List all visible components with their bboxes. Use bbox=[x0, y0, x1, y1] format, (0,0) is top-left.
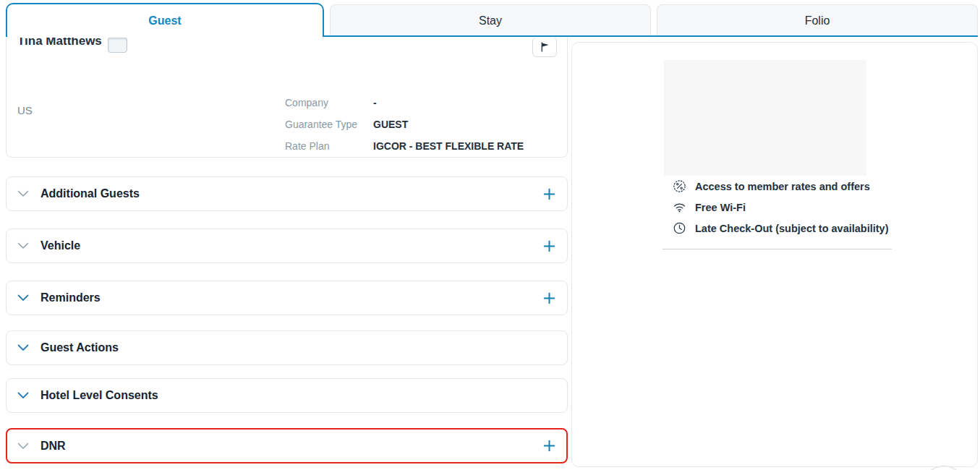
chevron-down-icon[interactable] bbox=[17, 344, 29, 351]
detail-label: Guarantee Type bbox=[285, 119, 373, 130]
membership-panel: Access to member rates and offers Free W… bbox=[571, 42, 978, 467]
list-item: Free Wi-Fi bbox=[673, 197, 889, 218]
chevron-down-icon[interactable] bbox=[17, 242, 29, 249]
loyalty-badge-icon bbox=[108, 38, 127, 53]
flag-button[interactable] bbox=[532, 38, 557, 57]
detail-value: IGCOR - BEST FLEXIBLE RATE bbox=[373, 140, 524, 152]
tab-stay-label: Stay bbox=[479, 14, 502, 27]
add-vehicle-button[interactable] bbox=[542, 239, 556, 253]
plus-icon bbox=[542, 239, 556, 253]
tab-bar-underline bbox=[324, 35, 978, 37]
section-title: Guest Actions bbox=[41, 341, 119, 354]
perk-text: Access to member rates and offers bbox=[695, 181, 870, 192]
clock-icon bbox=[673, 221, 686, 235]
flag-icon bbox=[540, 41, 550, 53]
guest-summary-clip: Tina Matthews US Company - Guarantee Typ… bbox=[6, 38, 568, 158]
guest-name: Tina Matthews bbox=[17, 38, 102, 48]
section-dnr-highlighted[interactable]: DNR bbox=[6, 428, 568, 463]
tab-folio[interactable]: Folio bbox=[657, 4, 978, 36]
chevron-down-icon[interactable] bbox=[17, 392, 29, 399]
detail-label: Rate Plan bbox=[285, 140, 373, 152]
detail-row-company: Company - bbox=[285, 92, 524, 114]
section-title: Hotel Level Consents bbox=[41, 389, 158, 402]
panel-divider bbox=[662, 249, 892, 249]
perk-text: Late Check-Out (subject to availability) bbox=[695, 223, 889, 234]
section-hotel-level-consents[interactable]: Hotel Level Consents bbox=[6, 378, 568, 413]
guest-country: US bbox=[17, 104, 33, 116]
section-vehicle[interactable]: Vehicle bbox=[6, 228, 568, 263]
list-item: Access to member rates and offers bbox=[673, 176, 889, 197]
membership-perks-list: Access to member rates and offers Free W… bbox=[673, 176, 889, 239]
guest-stay-folio-screen: Guest Stay Folio Tina Matthews US Compan… bbox=[0, 0, 980, 470]
section-title: Additional Guests bbox=[41, 187, 140, 200]
chevron-down-icon[interactable] bbox=[17, 294, 29, 302]
tab-guest[interactable]: Guest bbox=[6, 3, 324, 37]
section-additional-guests[interactable]: Additional Guests bbox=[6, 176, 568, 211]
discount-badge-icon bbox=[673, 179, 686, 193]
chevron-down-icon[interactable] bbox=[17, 443, 29, 450]
wifi-icon bbox=[673, 200, 686, 214]
section-reminders[interactable]: Reminders bbox=[6, 281, 568, 315]
detail-value: - bbox=[373, 97, 377, 108]
tab-folio-label: Folio bbox=[805, 14, 830, 27]
section-title: Vehicle bbox=[41, 239, 80, 252]
section-title: DNR bbox=[41, 440, 66, 453]
detail-label: Company bbox=[285, 97, 373, 108]
add-additional-guest-button[interactable] bbox=[542, 187, 556, 201]
chevron-down-icon[interactable] bbox=[17, 190, 29, 197]
guest-summary-card: Tina Matthews US Company - Guarantee Typ… bbox=[6, 38, 568, 158]
section-guest-actions[interactable]: Guest Actions bbox=[6, 330, 568, 365]
add-reminder-button[interactable] bbox=[542, 291, 556, 305]
detail-row-guarantee-type: Guarantee Type GUEST bbox=[285, 114, 524, 135]
detail-value: GUEST bbox=[373, 119, 408, 130]
list-item: Late Check-Out (subject to availability) bbox=[673, 218, 889, 239]
guest-details: Company - Guarantee Type GUEST Rate Plan… bbox=[285, 92, 524, 157]
perk-text: Free Wi-Fi bbox=[695, 202, 746, 213]
section-title: Reminders bbox=[41, 291, 101, 304]
tab-stay[interactable]: Stay bbox=[330, 4, 651, 36]
plus-icon bbox=[542, 291, 556, 305]
plus-icon bbox=[542, 187, 556, 201]
detail-row-rate-plan: Rate Plan IGCOR - BEST FLEXIBLE RATE bbox=[285, 135, 524, 157]
tab-guest-label: Guest bbox=[148, 14, 181, 27]
add-dnr-button[interactable] bbox=[542, 439, 556, 453]
membership-image-placeholder bbox=[664, 60, 866, 176]
plus-icon bbox=[542, 439, 556, 453]
